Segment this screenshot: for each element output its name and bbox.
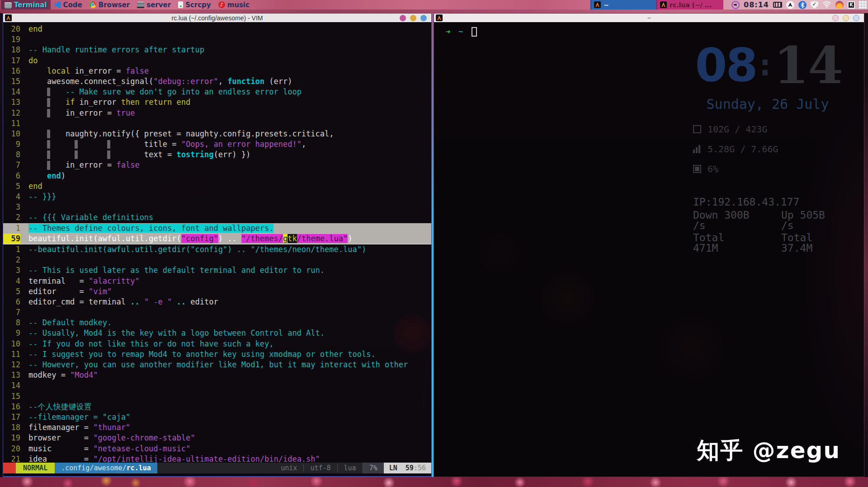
separator bbox=[337, 464, 338, 472]
statusline-spacer bbox=[157, 463, 281, 473]
tag-label: Code bbox=[63, 1, 82, 9]
terminal-cursor bbox=[472, 27, 477, 37]
code-line: 17--filemanager = "caja" bbox=[3, 412, 431, 422]
code-line: 20music = "netease-cloud-music" bbox=[3, 444, 431, 454]
cpu-icon bbox=[693, 165, 701, 173]
code-line: 10-- If you do not like this or do not h… bbox=[3, 339, 431, 349]
taglist: Terminal Code Browser server Scrcpy ♪ mu… bbox=[0, 0, 253, 9]
code-line: 2-- {{{ Variable definitions bbox=[3, 212, 431, 223]
code-line: 16 local in_error = false bbox=[3, 66, 431, 76]
code-line: 20end bbox=[3, 24, 431, 34]
vscode-icon bbox=[54, 1, 61, 8]
awesome-icon bbox=[660, 1, 667, 8]
tag-label: Terminal bbox=[14, 1, 47, 9]
code-line: 59beautiful.init(awful.util.getdir("conf… bbox=[3, 234, 431, 244]
indent-guide bbox=[107, 140, 110, 149]
indent-guide bbox=[47, 150, 50, 159]
fcitx-k-icon[interactable]: K bbox=[848, 1, 855, 9]
terminal-window-title: ~ bbox=[434, 14, 864, 22]
code-line: 14 -- Make sure we don't go into an endl… bbox=[3, 87, 431, 97]
indent-guide bbox=[47, 109, 50, 117]
window-button-close[interactable] bbox=[400, 15, 406, 21]
window-button-minimize[interactable] bbox=[410, 15, 416, 21]
tag-label: music bbox=[227, 1, 250, 9]
code-line: 9-- Usually, Mod4 is the key with a logo… bbox=[3, 328, 431, 338]
code-line: 1-- Themes define colours, icons, font a… bbox=[3, 223, 431, 234]
code-line: 11 bbox=[3, 118, 431, 129]
wifi-icon[interactable] bbox=[822, 0, 831, 9]
vim-window: rc.lua (~/.config/awesome) - VIM 20end19… bbox=[3, 13, 432, 477]
statusline-info: unix utf-8 lua 7% bbox=[281, 463, 383, 473]
window-buttons bbox=[400, 15, 427, 21]
code-line: 10 naughty.notify({ preset = naughty.con… bbox=[3, 129, 431, 139]
terminal-icon bbox=[5, 2, 12, 8]
code-line: 1--beautiful.init(awful.util.getdir("con… bbox=[3, 244, 431, 255]
code-line: 11-- I suggest you to remap Mod4 to anot… bbox=[3, 349, 431, 360]
code-line: 17do bbox=[3, 56, 431, 66]
indent-guide bbox=[47, 88, 50, 96]
code-line: 21idea = "/opt/intellij-idea-ultimate-ed… bbox=[3, 454, 431, 463]
code-line: 8 text = tostring(err) }) bbox=[3, 150, 431, 160]
grid-menu-icon[interactable] bbox=[859, 1, 867, 9]
net-down-total: Total 471M bbox=[693, 233, 754, 253]
clock-minutes: 14 bbox=[774, 40, 842, 91]
tag-scrcpy[interactable]: Scrcpy bbox=[175, 0, 215, 9]
volume-icon[interactable] bbox=[731, 1, 740, 9]
flame-icon[interactable] bbox=[835, 1, 844, 9]
tag-label: Scrcpy bbox=[185, 1, 211, 9]
task-terminal-home[interactable]: ~ bbox=[590, 0, 656, 9]
code-line: 6 end) bbox=[3, 171, 431, 181]
code-line: 19 bbox=[3, 34, 431, 45]
code-line: 19browser = "google-chrome-stable" bbox=[3, 433, 431, 443]
keyboard-icon[interactable] bbox=[773, 2, 782, 8]
tag-label: server bbox=[146, 1, 171, 9]
bluetooth-icon[interactable] bbox=[798, 1, 807, 9]
indent-guide bbox=[75, 140, 78, 149]
tag-terminal[interactable]: Terminal bbox=[1, 0, 51, 9]
cursor-column: :56 bbox=[414, 464, 426, 472]
tag-label: Browser bbox=[99, 1, 130, 9]
tag-code[interactable]: Code bbox=[51, 0, 86, 9]
code-line: 16--个人快捷键设置 bbox=[3, 402, 431, 412]
task-vim-rclua[interactable]: rc.lua (~/ ... bbox=[656, 0, 723, 9]
disk-value: 102G / 423G bbox=[708, 124, 767, 135]
wallpaper-bottom-strip bbox=[0, 477, 868, 487]
code-line: 18filemanager = "thunar" bbox=[3, 422, 431, 433]
tag-music[interactable]: ♪ music bbox=[215, 0, 253, 9]
chrome-icon bbox=[90, 1, 96, 8]
file-name: rc.lua bbox=[127, 464, 151, 472]
window-button-close[interactable] bbox=[832, 15, 839, 21]
code-line: 13 if in_error then return end bbox=[3, 97, 431, 108]
ip-address: IP:192.168.43.177 bbox=[693, 197, 842, 207]
vim-window-title: rc.lua (~/.config/awesome) - VIM bbox=[3, 14, 431, 22]
vim-titlebar[interactable]: rc.lua (~/.config/awesome) - VIM bbox=[3, 14, 431, 22]
code-line: 12-- However, you can use another modifi… bbox=[3, 360, 431, 370]
code-line: 7 bbox=[3, 307, 431, 318]
indent-guide bbox=[47, 98, 50, 107]
memory-stat: 5.28G / 7.66G bbox=[693, 139, 842, 159]
window-button-maximize[interactable] bbox=[853, 15, 859, 21]
statusline-filename: .config/awesome/rc.lua bbox=[55, 463, 157, 473]
indent-guide bbox=[107, 150, 110, 159]
terminal-body[interactable]: ➜ ~ 08 : 14 Sunday, 26 July 102G / 423G bbox=[434, 22, 864, 477]
terminal-titlebar[interactable]: ~ bbox=[434, 14, 864, 22]
cursor-line: 59 bbox=[406, 464, 414, 472]
code-line: 13modkey = "Mod4" bbox=[3, 370, 431, 380]
window-button-minimize[interactable] bbox=[843, 15, 849, 21]
indent-guide bbox=[47, 161, 50, 169]
shield-icon[interactable] bbox=[811, 1, 818, 9]
code-editor[interactable]: 20end1918-- Handle runtime errors after … bbox=[3, 22, 431, 463]
tag-server[interactable]: server bbox=[133, 0, 175, 9]
code-line: 4-- }}} bbox=[3, 192, 431, 202]
window-button-maximize[interactable] bbox=[420, 15, 427, 21]
tag-browser[interactable]: Browser bbox=[86, 0, 134, 9]
wallpaper-gap-strip bbox=[0, 9, 868, 13]
system-tray: 08:14 K bbox=[731, 0, 867, 9]
code-line: 18-- Handle runtime errors after startup bbox=[3, 45, 431, 55]
task-label: ~ bbox=[604, 1, 609, 9]
desktop-date: Sunday, 26 July bbox=[693, 99, 842, 109]
app-circle-icon[interactable] bbox=[786, 1, 794, 9]
code-lines: 20end1918-- Handle runtime errors after … bbox=[3, 24, 431, 463]
code-line: 15 awesome.connect_signal("debug::error"… bbox=[3, 76, 431, 87]
watermark: 知乎 @zegu bbox=[697, 445, 840, 456]
